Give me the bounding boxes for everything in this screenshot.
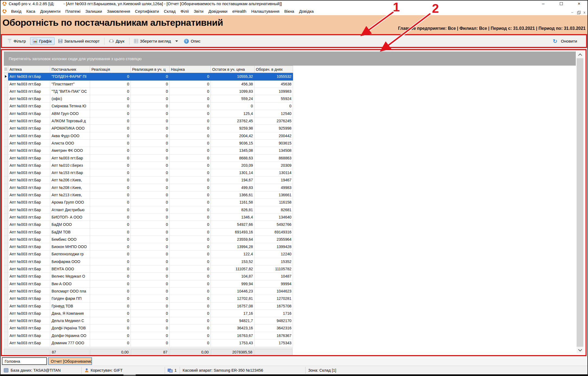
cell: 0 bbox=[90, 102, 131, 110]
table-row[interactable]: Апт №003 пгт.БарАметрин ФК ООО0001345,08… bbox=[4, 147, 293, 154]
minimize-button[interactable]: – bbox=[534, 0, 552, 7]
table-row[interactable]: Апт №003 пгт.БарБаДМ ООО00054927,6654927… bbox=[4, 221, 293, 228]
cell: 691493,16 bbox=[211, 229, 255, 236]
table-row[interactable]: Апт №003 пгт.БарАрома Групп ООО0001161,5… bbox=[4, 199, 293, 206]
scroll-down-button[interactable] bbox=[577, 347, 583, 353]
menu-item-довідка[interactable]: Довідка bbox=[297, 8, 316, 15]
table-row[interactable]: Апт №003 пгт.Бар"ГОЛДЕН-ФАРМ" ПІ00010555… bbox=[4, 73, 293, 80]
table-row[interactable]: Апт №003 пгт.БарБембикс ООО00023559,6423… bbox=[4, 236, 293, 243]
table-row[interactable]: Апт №003 пгт.Бар"ТД "ВИТА-ПАК" ОС0001099… bbox=[4, 88, 293, 95]
cell: 0 bbox=[90, 243, 131, 250]
table-row[interactable]: Апт №003 пгт.БарАпт №153 пгт.Бар0001301,… bbox=[4, 169, 293, 176]
cell: 45638 bbox=[255, 81, 293, 88]
table-row[interactable]: Апт №003 пгт.БарАлиста ООО0009036,159036… bbox=[4, 140, 293, 147]
cell: 0 bbox=[170, 258, 211, 265]
menu-item-звіти[interactable]: Звіти bbox=[191, 8, 206, 15]
table-row[interactable]: Апт №003 пгт.БарСмірнова Тетяна Ю00000 bbox=[4, 102, 293, 110]
menu-item-ehealth[interactable]: eHealth bbox=[230, 8, 249, 15]
table-row[interactable]: Апт №003 пгт.БарБиотехнолоджи гр000122,4… bbox=[4, 250, 293, 258]
column-header-1[interactable]: Постачальник bbox=[50, 66, 90, 73]
refresh-button[interactable]: ↻ Оновити bbox=[550, 37, 580, 45]
menu-item-документи[interactable]: Документи bbox=[38, 8, 63, 15]
table-row[interactable]: Апт №003 пгт.БарГрінвуд ТОВ00016757,0816… bbox=[4, 303, 293, 310]
menu-item-вікна[interactable]: Вікна bbox=[282, 8, 297, 15]
table-row[interactable]: Апт №003 пгт.БарДолфи-Украина ОО00016763… bbox=[4, 332, 293, 339]
table-row[interactable]: Апт №003 пгт.БарБИОТОП- А ООО0001346,413… bbox=[4, 214, 293, 221]
statusbar-cash-register: Касовий апарат: Samsung ER-350 №123456 bbox=[183, 366, 263, 375]
cell: 456,38 bbox=[211, 81, 255, 88]
cell: 0 bbox=[90, 288, 131, 295]
table-row[interactable]: Апт №003 пгт.БарДана, Я Компания00017,16… bbox=[4, 310, 293, 317]
mdi-close-button[interactable]: x bbox=[584, 10, 586, 14]
table-row[interactable]: Апт №003 пгт.БарАРОМАТИКА ООО0009259,989… bbox=[4, 125, 293, 132]
table-row[interactable]: Апт №003 пгт.БарДолфі-Україна ТОВ0003642… bbox=[4, 324, 293, 332]
print-button-label: Друк bbox=[116, 39, 124, 43]
menu-item-залишки[interactable]: Залишки bbox=[83, 8, 105, 15]
table-row[interactable]: Апт №003 пгт.Бар"Пластпакет"000456,38456… bbox=[4, 81, 293, 88]
cell: 0 bbox=[90, 199, 131, 206]
cell: 49983 bbox=[255, 184, 293, 191]
vertical-scrollbar[interactable] bbox=[577, 52, 583, 353]
table-row[interactable]: Апт №003 пгт.БарБиофарма ООО000153,52153… bbox=[4, 258, 293, 265]
cell: Атлант Дистрибью bbox=[50, 206, 90, 214]
group-by-panel[interactable]: Перетягніть заголовок колонки сюди для у… bbox=[4, 52, 576, 66]
menu-item-склад[interactable]: Склад bbox=[161, 8, 178, 15]
table-row[interactable]: Апт №003 пгт.БарАЛКОМ Торговый д00023762… bbox=[4, 117, 293, 125]
mdi-restore-button[interactable] bbox=[577, 12, 580, 14]
table-row[interactable]: Апт №003 пгт.БарБаДМ ТОВ000691493,166914… bbox=[4, 229, 293, 236]
menu-item-замовлення[interactable]: Замовлення bbox=[104, 8, 132, 15]
table-row[interactable]: Апт №003 пгт.БарГолден фарм ПП00012702,8… bbox=[4, 295, 293, 302]
cell: 1161,58 bbox=[211, 199, 255, 206]
column-header-6[interactable]: Оборач. в днях bbox=[255, 66, 293, 73]
column-header-2[interactable]: Реалізація bbox=[90, 66, 131, 73]
menu-item-філії[interactable]: Філії bbox=[178, 8, 191, 15]
scroll-up-button[interactable] bbox=[577, 52, 583, 58]
column-header-4[interactable]: Націнка bbox=[170, 66, 211, 73]
export-button[interactable]: Загальний експорт bbox=[56, 37, 103, 45]
cell: 0 bbox=[170, 162, 211, 169]
menu-item-сертифікати[interactable]: Сертифікати bbox=[133, 8, 161, 15]
save-view-dropdown-caret-icon[interactable] bbox=[175, 40, 178, 42]
tab-report[interactable]: Отчет [Оборачиваемо . bbox=[48, 357, 92, 365]
restore-button[interactable] bbox=[552, 0, 570, 7]
cell: "ГОЛДЕН-ФАРМ" ПІ bbox=[50, 73, 90, 80]
cell: 1044623 bbox=[255, 288, 293, 295]
table-row[interactable]: Апт №003 пгт.Бар(офіс)000559,2455924 bbox=[4, 95, 293, 102]
table-row[interactable]: Апт №003 пгт.БарАква Фудз ООО0002004,422… bbox=[4, 132, 293, 140]
table-row[interactable]: Апт №003 пгт.БарБиокон МНПО ООО00013994,… bbox=[4, 243, 293, 250]
cell: 0 bbox=[255, 102, 293, 110]
table-row[interactable]: Апт №003 пгт.БарДоминик 777 ООО0001753,4… bbox=[4, 339, 293, 347]
table-row[interactable]: Апт №003 пгт.БарВЕНТА ООО000111057,82111… bbox=[4, 265, 293, 273]
menu-item-каса[interactable]: Каса bbox=[24, 8, 38, 15]
column-header-5[interactable]: Остаток в уч. цена bbox=[211, 66, 255, 73]
table-row[interactable]: Апт №003 пгт.БарАпт №206 г.Киев,000194,6… bbox=[4, 176, 293, 184]
cell: 15352 bbox=[255, 258, 293, 265]
table-row[interactable]: Апт №003 пгт.БарАпт №010 г.Берез000203,0… bbox=[4, 162, 293, 169]
save-view-button[interactable]: Зберегти вигляд bbox=[131, 37, 174, 45]
close-button[interactable]: × bbox=[570, 0, 588, 7]
table-row[interactable]: Апт №003 пгт.БарАпт №003 пгт.Бар0008688,… bbox=[4, 155, 293, 162]
table-row[interactable]: Апт №003 пгт.БарВолсмарт ООО пла00010446… bbox=[4, 288, 293, 295]
table-row[interactable]: Апт №003 пгт.БарДельта Медикел С00094821… bbox=[4, 317, 293, 324]
table-row[interactable]: Апт №003 пгт.БарАпт №213 г.Киев,0001366,… bbox=[4, 191, 293, 199]
table-row[interactable]: Апт №003 пгт.БарВелнес Медикал О000104,8… bbox=[4, 273, 293, 280]
column-header-3[interactable]: Реализация в уч. ц bbox=[131, 66, 170, 73]
tab-home[interactable]: Головна bbox=[2, 357, 47, 365]
menu-item-довідники[interactable]: Довідники bbox=[206, 8, 230, 15]
mdi-minimize-button[interactable]: – bbox=[571, 10, 573, 14]
menu-item-налаштування[interactable]: Налаштування bbox=[249, 8, 282, 15]
table-row[interactable]: Апт №003 пгт.БарАтлант Дистрибью000826,8… bbox=[4, 206, 293, 214]
table-row[interactable]: Апт №003 пгт.БарВик-А ООО000999,9499994 bbox=[4, 280, 293, 288]
menu-item-вихід[interactable]: Вихід bbox=[9, 8, 24, 15]
table-row[interactable]: Апт №003 пгт.БарАВМ Груп ООО000125,41254… bbox=[4, 110, 293, 117]
cell: 0 bbox=[131, 280, 170, 288]
description-button[interactable]: i Опис bbox=[181, 37, 203, 45]
menu-item-платежі[interactable]: Платежі bbox=[63, 8, 83, 15]
print-button[interactable]: Друк bbox=[106, 37, 127, 45]
cell: 0 bbox=[131, 303, 170, 310]
column-header-0[interactable]: Аптека bbox=[8, 66, 50, 73]
cell: 0 bbox=[90, 280, 131, 288]
table-row[interactable]: Апт №003 пгт.БарАпт №208 г.Киев,000499,8… bbox=[4, 184, 293, 191]
filter-button[interactable]: Фільтр bbox=[5, 37, 28, 45]
chart-button[interactable]: Графік bbox=[30, 37, 54, 45]
